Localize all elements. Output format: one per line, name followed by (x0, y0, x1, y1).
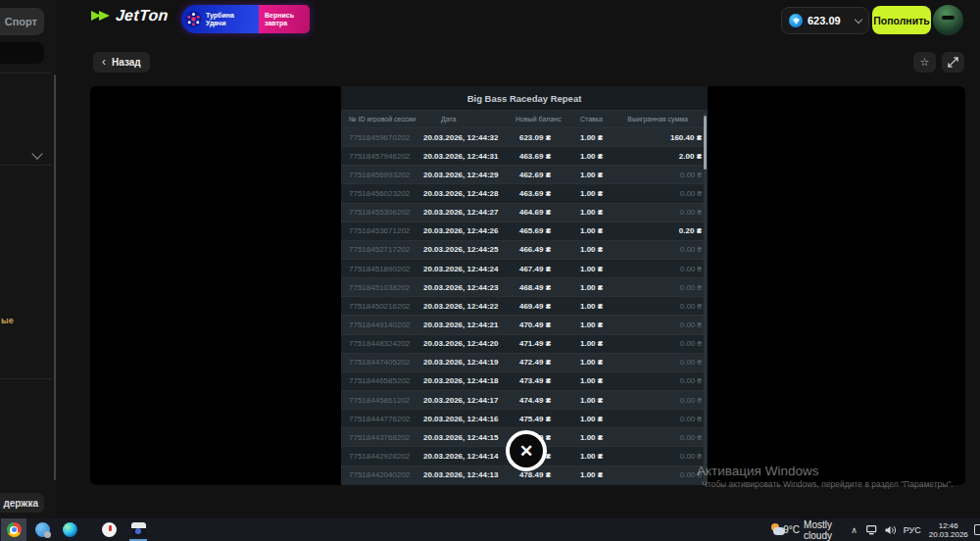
wheel-icon (185, 11, 202, 27)
support-button[interactable]: держка (0, 493, 44, 513)
chrome-icon (7, 522, 22, 537)
balance-cell: 462.69 ₴ (515, 171, 555, 179)
touch-keyboard-icon[interactable] (974, 524, 980, 535)
win-cell: 0.00 ₴ (623, 396, 708, 405)
taskbar-open-app-button[interactable] (125, 518, 151, 541)
balance-cell: 467.49 ₴ (515, 265, 555, 273)
table-row: 77518453671202 20.03.2026, 12:44:26 465.… (341, 221, 708, 240)
win-cell: 0.00 ₴ (623, 265, 708, 273)
balance-cell: 475.49 ₴ (515, 415, 555, 423)
bet-cell: 1.00 ₴ (555, 133, 623, 142)
date-cell: 20.03.2026, 12:44:26 (423, 226, 515, 235)
sidebar-item-casino[interactable] (0, 42, 44, 64)
promo-left-line1: Турбина (206, 12, 234, 20)
date-cell: 20.03.2026, 12:44:14 (423, 452, 515, 461)
promo-right-line2: завтра (265, 20, 310, 27)
weather-icon (770, 523, 779, 536)
chevron-down-icon[interactable] (31, 148, 42, 159)
date-cell: 20.03.2026, 12:44:27 (423, 208, 515, 217)
column-header-win: Выигранная сумма (623, 116, 708, 123)
weather-description[interactable]: Mostly cloudy (804, 519, 838, 541)
taskbar-chrome-button[interactable] (1, 518, 26, 541)
table-row: 77518456993202 20.03.2026, 12:44:29 462.… (341, 165, 708, 183)
jetton-logo[interactable]: JetTon (90, 7, 169, 25)
session-id-cell: 77518453671202 (341, 226, 423, 235)
session-id-cell: 77518447405202 (341, 358, 423, 367)
session-id-cell: 77518442040202 (341, 470, 423, 479)
column-header-bet: Ставка (555, 116, 623, 123)
win-cell: 0.00 ₴ (623, 208, 708, 217)
promo-right-line1: Вернись (265, 12, 310, 20)
session-id-cell: 77518444776202 (341, 415, 423, 423)
bet-cell: 1.00 ₴ (555, 152, 623, 161)
win-cell: 0.00 ₴ (623, 415, 708, 423)
promo-banner-left: Турбина Удачи (181, 5, 259, 33)
balance-chip[interactable]: 623.09 (781, 7, 869, 34)
taskbar-app-button[interactable] (29, 518, 55, 541)
bet-cell: 1.00 ₴ (555, 226, 623, 235)
session-history-panel: Big Bass Raceday Repeat № ID игровой сес… (341, 86, 708, 485)
close-button[interactable]: ✕ (506, 430, 547, 471)
edge-icon (63, 522, 77, 537)
balance-cell: 463.69 ₴ (515, 189, 555, 198)
table-row: 77518459670202 20.03.2026, 12:44:32 623.… (341, 127, 708, 146)
windows-activation-title: Активация Windows (697, 464, 818, 478)
chevron-down-icon (855, 15, 862, 23)
win-cell: 0.20 ₴ (623, 226, 708, 235)
bet-cell: 1.00 ₴ (555, 265, 623, 273)
session-id-cell: 77518459670202 (341, 133, 423, 142)
win-cell: 0.00 ₴ (623, 452, 708, 461)
close-icon: ✕ (519, 441, 533, 462)
avatar[interactable] (933, 5, 963, 35)
balance-cell: 474.49 ₴ (515, 396, 555, 405)
taskbar-edge-button[interactable] (57, 518, 82, 541)
date-cell: 20.03.2026, 12:44:25 (423, 245, 515, 254)
sidebar-divider (0, 165, 52, 166)
weather-temp[interactable]: 9°C (783, 524, 800, 535)
table-row: 77518445861202 20.03.2026, 12:44:17 474.… (341, 390, 708, 409)
win-cell: 0.00 ₴ (623, 320, 708, 329)
table-row: 77518449140202 20.03.2026, 12:44:21 470.… (341, 315, 708, 333)
session-id-cell: 77518450216202 (341, 302, 423, 311)
bet-cell: 1.00 ₴ (555, 171, 623, 179)
win-cell: 0.00 ₴ (623, 189, 708, 198)
volume-icon[interactable] (885, 525, 897, 535)
date-cell: 20.03.2026, 12:44:31 (423, 152, 515, 161)
chevron-left-icon: ‹ (102, 56, 106, 68)
sidebar-scrollbar[interactable] (54, 74, 56, 480)
clock[interactable]: 12:46 20.03.2026 (929, 521, 968, 539)
balance-cell: 468.49 ₴ (515, 283, 555, 292)
favorite-button[interactable]: ☆ (913, 52, 936, 73)
sidebar-divider (0, 378, 52, 379)
bet-cell: 1.00 ₴ (555, 339, 623, 348)
promo-left-text: Турбина Удачи (206, 12, 234, 27)
fullscreen-button[interactable] (942, 52, 964, 73)
win-cell: 0.00 ₴ (623, 376, 708, 385)
deposit-button[interactable]: Пополнить (872, 6, 931, 34)
tray-expand-icon[interactable]: ∧ (851, 525, 858, 535)
bet-cell: 1.00 ₴ (555, 415, 623, 423)
balance-cell: 471.49 ₴ (515, 339, 555, 348)
language-indicator[interactable]: РУС (904, 525, 921, 535)
sidebar-item-label[interactable]: ые (1, 316, 14, 325)
bet-cell: 1.00 ₴ (555, 470, 623, 479)
table-scrollbar-thumb[interactable] (704, 116, 707, 170)
logo-text: JetTon (115, 7, 169, 25)
panel-title: Big Bass Raceday Repeat (341, 86, 708, 111)
session-id-cell: 77518456993202 (341, 171, 423, 179)
clock-app-icon (102, 522, 117, 537)
back-button[interactable]: ‹ Назад (93, 52, 150, 73)
date-cell: 20.03.2026, 12:44:22 (423, 302, 515, 311)
date-cell: 20.03.2026, 12:44:17 (423, 396, 515, 405)
taskbar-right: 9°C Mostly cloudy ∧ РУС 12:46 20.03.2026 (770, 518, 980, 541)
date-cell: 20.03.2026, 12:44:21 (423, 320, 515, 329)
screen: Спорт ые держка JetTon (0, 0, 980, 541)
balance-cell: 463.69 ₴ (515, 152, 555, 161)
expand-icon (948, 57, 958, 68)
network-icon[interactable] (866, 525, 878, 535)
table-row: 77518451890202 20.03.2026, 12:44:24 467.… (341, 259, 708, 277)
taskbar-clock-app-button[interactable] (96, 518, 122, 541)
promo-banner[interactable]: Турбина Удачи Вернись завтра (181, 5, 310, 33)
clock-date: 20.03.2026 (929, 530, 968, 539)
sidebar-item-sport[interactable]: Спорт (0, 8, 44, 35)
